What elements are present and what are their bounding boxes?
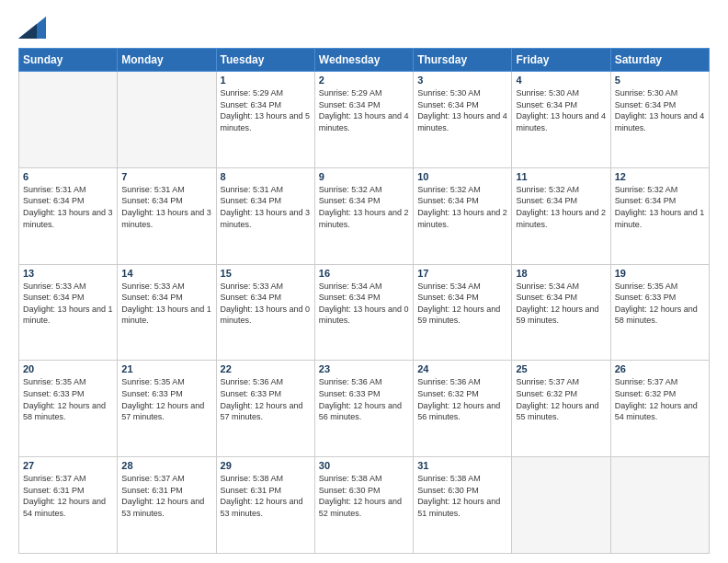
calendar-cell: 2Sunrise: 5:29 AM Sunset: 6:34 PM Daylig… bbox=[314, 72, 413, 168]
day-info: Sunrise: 5:30 AM Sunset: 6:34 PM Dayligh… bbox=[516, 87, 606, 133]
day-info: Sunrise: 5:38 AM Sunset: 6:31 PM Dayligh… bbox=[221, 473, 311, 519]
calendar-cell: 27Sunrise: 5:37 AM Sunset: 6:31 PM Dayli… bbox=[19, 457, 118, 554]
day-number: 23 bbox=[319, 363, 409, 374]
day-info: Sunrise: 5:37 AM Sunset: 6:32 PM Dayligh… bbox=[615, 376, 705, 422]
page: SundayMondayTuesdayWednesdayThursdayFrid… bbox=[0, 0, 728, 563]
day-info: Sunrise: 5:31 AM Sunset: 6:34 PM Dayligh… bbox=[221, 184, 311, 230]
calendar-cell: 5Sunrise: 5:30 AM Sunset: 6:34 PM Daylig… bbox=[610, 72, 709, 168]
weekday-header-monday: Monday bbox=[118, 49, 216, 72]
day-number: 19 bbox=[615, 268, 705, 279]
day-info: Sunrise: 5:31 AM Sunset: 6:34 PM Dayligh… bbox=[121, 184, 211, 230]
day-number: 7 bbox=[121, 171, 211, 182]
calendar-cell: 7Sunrise: 5:31 AM Sunset: 6:34 PM Daylig… bbox=[118, 167, 216, 264]
day-number: 27 bbox=[23, 460, 113, 471]
calendar-cell: 22Sunrise: 5:36 AM Sunset: 6:33 PM Dayli… bbox=[216, 361, 314, 457]
day-info: Sunrise: 5:29 AM Sunset: 6:34 PM Dayligh… bbox=[319, 87, 409, 133]
calendar-week-3: 13Sunrise: 5:33 AM Sunset: 6:34 PM Dayli… bbox=[19, 264, 710, 361]
day-info: Sunrise: 5:38 AM Sunset: 6:30 PM Dayligh… bbox=[417, 473, 507, 519]
day-number: 6 bbox=[23, 171, 113, 182]
calendar-cell: 4Sunrise: 5:30 AM Sunset: 6:34 PM Daylig… bbox=[512, 72, 610, 168]
weekday-header-saturday: Saturday bbox=[610, 49, 709, 72]
weekday-header-tuesday: Tuesday bbox=[216, 49, 314, 72]
day-number: 20 bbox=[23, 363, 113, 374]
day-number: 30 bbox=[319, 460, 409, 471]
calendar-cell: 26Sunrise: 5:37 AM Sunset: 6:32 PM Dayli… bbox=[610, 361, 709, 457]
calendar-week-1: 1Sunrise: 5:29 AM Sunset: 6:34 PM Daylig… bbox=[19, 72, 710, 168]
day-number: 9 bbox=[319, 171, 409, 182]
calendar-cell: 30Sunrise: 5:38 AM Sunset: 6:30 PM Dayli… bbox=[314, 457, 413, 554]
calendar-cell: 6Sunrise: 5:31 AM Sunset: 6:34 PM Daylig… bbox=[19, 167, 118, 264]
day-number: 8 bbox=[221, 171, 311, 182]
day-info: Sunrise: 5:33 AM Sunset: 6:34 PM Dayligh… bbox=[121, 281, 211, 327]
day-number: 10 bbox=[417, 171, 507, 182]
calendar-cell: 21Sunrise: 5:35 AM Sunset: 6:33 PM Dayli… bbox=[118, 361, 216, 457]
calendar-week-2: 6Sunrise: 5:31 AM Sunset: 6:34 PM Daylig… bbox=[19, 167, 710, 264]
calendar-cell: 20Sunrise: 5:35 AM Sunset: 6:33 PM Dayli… bbox=[19, 361, 118, 457]
calendar-week-4: 20Sunrise: 5:35 AM Sunset: 6:33 PM Dayli… bbox=[19, 361, 710, 457]
day-number: 31 bbox=[417, 460, 507, 471]
calendar-body: 1Sunrise: 5:29 AM Sunset: 6:34 PM Daylig… bbox=[19, 72, 710, 554]
calendar-cell: 28Sunrise: 5:37 AM Sunset: 6:31 PM Dayli… bbox=[118, 457, 216, 554]
day-number: 24 bbox=[417, 363, 507, 374]
day-number: 29 bbox=[221, 460, 311, 471]
day-number: 15 bbox=[221, 268, 311, 279]
day-info: Sunrise: 5:37 AM Sunset: 6:31 PM Dayligh… bbox=[23, 473, 113, 519]
day-info: Sunrise: 5:35 AM Sunset: 6:33 PM Dayligh… bbox=[23, 376, 113, 422]
day-number: 25 bbox=[516, 363, 606, 374]
day-number: 14 bbox=[121, 268, 211, 279]
calendar-cell: 29Sunrise: 5:38 AM Sunset: 6:31 PM Dayli… bbox=[216, 457, 314, 554]
calendar-header-row: SundayMondayTuesdayWednesdayThursdayFrid… bbox=[19, 49, 710, 72]
logo-icon bbox=[18, 17, 46, 39]
weekday-header-sunday: Sunday bbox=[19, 49, 118, 72]
calendar-cell: 17Sunrise: 5:34 AM Sunset: 6:34 PM Dayli… bbox=[414, 264, 512, 361]
calendar-cell: 24Sunrise: 5:36 AM Sunset: 6:32 PM Dayli… bbox=[414, 361, 512, 457]
day-number: 12 bbox=[615, 171, 705, 182]
weekday-header-thursday: Thursday bbox=[414, 49, 512, 72]
day-number: 2 bbox=[319, 75, 409, 86]
day-number: 22 bbox=[221, 363, 311, 374]
day-info: Sunrise: 5:35 AM Sunset: 6:33 PM Dayligh… bbox=[121, 376, 211, 422]
calendar-cell: 12Sunrise: 5:32 AM Sunset: 6:34 PM Dayli… bbox=[610, 167, 709, 264]
calendar-cell: 18Sunrise: 5:34 AM Sunset: 6:34 PM Dayli… bbox=[512, 264, 610, 361]
day-info: Sunrise: 5:32 AM Sunset: 6:34 PM Dayligh… bbox=[516, 184, 606, 230]
day-info: Sunrise: 5:31 AM Sunset: 6:34 PM Dayligh… bbox=[23, 184, 113, 230]
day-info: Sunrise: 5:32 AM Sunset: 6:34 PM Dayligh… bbox=[417, 184, 507, 230]
calendar-cell bbox=[512, 457, 610, 554]
day-number: 16 bbox=[319, 268, 409, 279]
day-info: Sunrise: 5:35 AM Sunset: 6:33 PM Dayligh… bbox=[615, 281, 705, 327]
calendar-cell: 11Sunrise: 5:32 AM Sunset: 6:34 PM Dayli… bbox=[512, 167, 610, 264]
calendar-week-5: 27Sunrise: 5:37 AM Sunset: 6:31 PM Dayli… bbox=[19, 457, 710, 554]
calendar-cell: 19Sunrise: 5:35 AM Sunset: 6:33 PM Dayli… bbox=[610, 264, 709, 361]
day-number: 3 bbox=[417, 75, 507, 86]
calendar-cell: 15Sunrise: 5:33 AM Sunset: 6:34 PM Dayli… bbox=[216, 264, 314, 361]
day-info: Sunrise: 5:34 AM Sunset: 6:34 PM Dayligh… bbox=[516, 281, 606, 327]
calendar-cell: 31Sunrise: 5:38 AM Sunset: 6:30 PM Dayli… bbox=[414, 457, 512, 554]
day-info: Sunrise: 5:32 AM Sunset: 6:34 PM Dayligh… bbox=[615, 184, 705, 230]
calendar-cell: 14Sunrise: 5:33 AM Sunset: 6:34 PM Dayli… bbox=[118, 264, 216, 361]
day-number: 28 bbox=[121, 460, 211, 471]
calendar-cell: 9Sunrise: 5:32 AM Sunset: 6:34 PM Daylig… bbox=[314, 167, 413, 264]
calendar-cell: 25Sunrise: 5:37 AM Sunset: 6:32 PM Dayli… bbox=[512, 361, 610, 457]
calendar-table: SundayMondayTuesdayWednesdayThursdayFrid… bbox=[18, 48, 710, 554]
day-number: 5 bbox=[615, 75, 705, 86]
calendar-cell: 23Sunrise: 5:36 AM Sunset: 6:33 PM Dayli… bbox=[314, 361, 413, 457]
calendar-cell: 16Sunrise: 5:34 AM Sunset: 6:34 PM Dayli… bbox=[314, 264, 413, 361]
day-number: 26 bbox=[615, 363, 705, 374]
calendar-cell: 13Sunrise: 5:33 AM Sunset: 6:34 PM Dayli… bbox=[19, 264, 118, 361]
calendar-cell: 10Sunrise: 5:32 AM Sunset: 6:34 PM Dayli… bbox=[414, 167, 512, 264]
calendar-cell: 3Sunrise: 5:30 AM Sunset: 6:34 PM Daylig… bbox=[414, 72, 512, 168]
header bbox=[18, 17, 710, 39]
calendar-cell: 1Sunrise: 5:29 AM Sunset: 6:34 PM Daylig… bbox=[216, 72, 314, 168]
calendar-cell bbox=[19, 72, 118, 168]
day-info: Sunrise: 5:36 AM Sunset: 6:33 PM Dayligh… bbox=[221, 376, 311, 422]
day-info: Sunrise: 5:32 AM Sunset: 6:34 PM Dayligh… bbox=[319, 184, 409, 230]
weekday-header-wednesday: Wednesday bbox=[314, 49, 413, 72]
day-number: 4 bbox=[516, 75, 606, 86]
day-number: 1 bbox=[221, 75, 311, 86]
day-info: Sunrise: 5:36 AM Sunset: 6:32 PM Dayligh… bbox=[417, 376, 507, 422]
day-info: Sunrise: 5:30 AM Sunset: 6:34 PM Dayligh… bbox=[615, 87, 705, 133]
day-info: Sunrise: 5:34 AM Sunset: 6:34 PM Dayligh… bbox=[417, 281, 507, 327]
day-info: Sunrise: 5:37 AM Sunset: 6:31 PM Dayligh… bbox=[121, 473, 211, 519]
day-info: Sunrise: 5:30 AM Sunset: 6:34 PM Dayligh… bbox=[417, 87, 507, 133]
day-number: 13 bbox=[23, 268, 113, 279]
